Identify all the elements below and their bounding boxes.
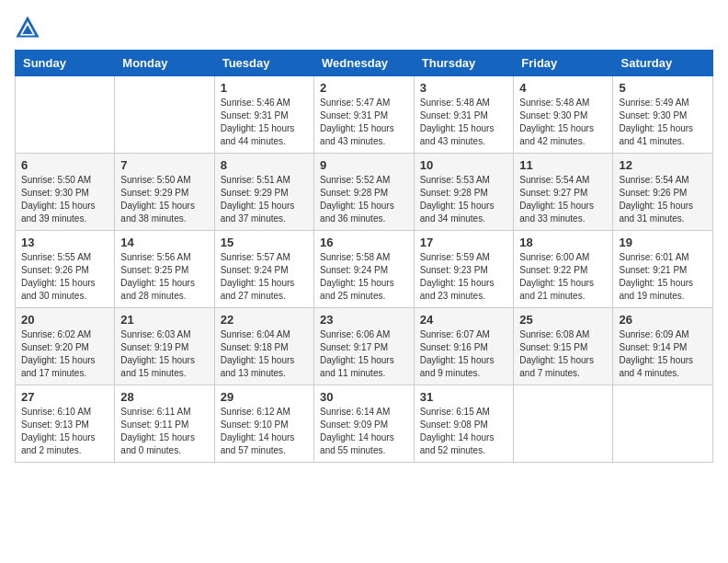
calendar-cell: 15Sunrise: 5:57 AM Sunset: 9:24 PM Dayli…	[214, 231, 313, 308]
calendar-cell: 24Sunrise: 6:07 AM Sunset: 9:16 PM Dayli…	[414, 308, 514, 385]
calendar-table: SundayMondayTuesdayWednesdayThursdayFrid…	[15, 50, 713, 463]
day-number: 12	[619, 158, 707, 172]
calendar-cell	[613, 385, 713, 463]
day-info: Sunrise: 6:15 AM Sunset: 9:08 PM Dayligh…	[420, 406, 508, 457]
calendar-cell: 5Sunrise: 5:49 AM Sunset: 9:30 PM Daylig…	[613, 76, 713, 154]
day-info: Sunrise: 5:51 AM Sunset: 9:29 PM Dayligh…	[221, 174, 308, 225]
calendar-cell: 29Sunrise: 6:12 AM Sunset: 9:10 PM Dayli…	[214, 385, 313, 463]
day-info: Sunrise: 5:58 AM Sunset: 9:24 PM Dayligh…	[320, 251, 408, 303]
day-number: 17	[420, 236, 508, 249]
day-number: 6	[21, 158, 108, 172]
day-info: Sunrise: 5:55 AM Sunset: 9:26 PM Dayligh…	[21, 251, 108, 303]
day-info: Sunrise: 6:11 AM Sunset: 9:11 PM Dayligh…	[120, 406, 208, 457]
calendar-week-row: 6Sunrise: 5:50 AM Sunset: 9:30 PM Daylig…	[16, 154, 713, 231]
calendar-cell: 21Sunrise: 6:03 AM Sunset: 9:19 PM Dayli…	[115, 308, 214, 385]
day-number: 26	[619, 313, 707, 327]
day-info: Sunrise: 6:02 AM Sunset: 9:20 PM Dayligh…	[21, 328, 108, 380]
logo-icon	[15, 15, 40, 40]
day-info: Sunrise: 6:04 AM Sunset: 9:18 PM Dayligh…	[221, 328, 308, 380]
day-info: Sunrise: 5:56 AM Sunset: 9:25 PM Dayligh…	[120, 251, 208, 303]
day-number: 7	[120, 158, 208, 172]
calendar-cell: 13Sunrise: 5:55 AM Sunset: 9:26 PM Dayli…	[16, 231, 115, 308]
day-info: Sunrise: 6:10 AM Sunset: 9:13 PM Dayligh…	[21, 406, 108, 457]
day-info: Sunrise: 6:07 AM Sunset: 9:16 PM Dayligh…	[420, 328, 508, 380]
day-info: Sunrise: 5:48 AM Sunset: 9:31 PM Dayligh…	[420, 97, 508, 148]
calendar-header-row: SundayMondayTuesdayWednesdayThursdayFrid…	[16, 51, 713, 76]
col-header-friday: Friday	[514, 51, 613, 76]
day-number: 29	[221, 390, 308, 404]
calendar-cell: 20Sunrise: 6:02 AM Sunset: 9:20 PM Dayli…	[16, 308, 115, 385]
day-info: Sunrise: 5:47 AM Sunset: 9:31 PM Dayligh…	[320, 97, 408, 148]
col-header-sunday: Sunday	[16, 51, 115, 76]
calendar-week-row: 13Sunrise: 5:55 AM Sunset: 9:26 PM Dayli…	[16, 231, 713, 308]
calendar-week-row: 20Sunrise: 6:02 AM Sunset: 9:20 PM Dayli…	[16, 308, 713, 385]
col-header-monday: Monday	[115, 51, 214, 76]
day-info: Sunrise: 5:54 AM Sunset: 9:26 PM Dayligh…	[619, 174, 707, 225]
calendar-week-row: 27Sunrise: 6:10 AM Sunset: 9:13 PM Dayli…	[16, 385, 713, 463]
day-number: 23	[320, 313, 408, 327]
day-info: Sunrise: 5:57 AM Sunset: 9:24 PM Dayligh…	[221, 251, 308, 303]
day-number: 9	[320, 158, 408, 172]
calendar-week-row: 1Sunrise: 5:46 AM Sunset: 9:31 PM Daylig…	[16, 76, 713, 154]
calendar-cell: 22Sunrise: 6:04 AM Sunset: 9:18 PM Dayli…	[214, 308, 313, 385]
page-header	[15, 15, 713, 40]
day-number: 2	[320, 81, 408, 95]
day-number: 30	[320, 390, 408, 404]
day-number: 24	[420, 313, 508, 327]
day-number: 4	[519, 81, 607, 95]
day-number: 1	[221, 81, 308, 95]
calendar-cell: 14Sunrise: 5:56 AM Sunset: 9:25 PM Dayli…	[115, 231, 214, 308]
calendar-cell: 9Sunrise: 5:52 AM Sunset: 9:28 PM Daylig…	[314, 154, 415, 231]
day-info: Sunrise: 5:50 AM Sunset: 9:30 PM Dayligh…	[21, 174, 108, 225]
col-header-wednesday: Wednesday	[314, 51, 415, 76]
col-header-saturday: Saturday	[613, 51, 713, 76]
calendar-cell: 25Sunrise: 6:08 AM Sunset: 9:15 PM Dayli…	[514, 308, 613, 385]
day-number: 22	[221, 313, 308, 327]
calendar-cell: 16Sunrise: 5:58 AM Sunset: 9:24 PM Dayli…	[314, 231, 415, 308]
day-info: Sunrise: 5:46 AM Sunset: 9:31 PM Dayligh…	[221, 97, 308, 148]
day-number: 27	[21, 390, 108, 404]
calendar-cell: 11Sunrise: 5:54 AM Sunset: 9:27 PM Dayli…	[514, 154, 613, 231]
calendar-cell: 1Sunrise: 5:46 AM Sunset: 9:31 PM Daylig…	[214, 76, 313, 154]
calendar-cell: 19Sunrise: 6:01 AM Sunset: 9:21 PM Dayli…	[613, 231, 713, 308]
calendar-cell: 8Sunrise: 5:51 AM Sunset: 9:29 PM Daylig…	[214, 154, 313, 231]
day-number: 31	[420, 390, 508, 404]
calendar-cell: 23Sunrise: 6:06 AM Sunset: 9:17 PM Dayli…	[314, 308, 415, 385]
day-number: 18	[519, 236, 607, 249]
calendar-cell	[115, 76, 214, 154]
day-info: Sunrise: 5:54 AM Sunset: 9:27 PM Dayligh…	[519, 174, 607, 225]
day-number: 28	[120, 390, 208, 404]
day-info: Sunrise: 6:08 AM Sunset: 9:15 PM Dayligh…	[519, 328, 607, 380]
day-number: 14	[120, 236, 208, 249]
day-number: 11	[519, 158, 607, 172]
calendar-cell: 18Sunrise: 6:00 AM Sunset: 9:22 PM Dayli…	[514, 231, 613, 308]
day-info: Sunrise: 5:49 AM Sunset: 9:30 PM Dayligh…	[619, 97, 707, 148]
logo	[15, 15, 44, 40]
calendar-cell: 3Sunrise: 5:48 AM Sunset: 9:31 PM Daylig…	[414, 76, 514, 154]
day-number: 8	[221, 158, 308, 172]
calendar-cell: 6Sunrise: 5:50 AM Sunset: 9:30 PM Daylig…	[16, 154, 115, 231]
calendar-cell: 12Sunrise: 5:54 AM Sunset: 9:26 PM Dayli…	[613, 154, 713, 231]
day-info: Sunrise: 5:48 AM Sunset: 9:30 PM Dayligh…	[519, 97, 607, 148]
day-info: Sunrise: 6:12 AM Sunset: 9:10 PM Dayligh…	[221, 406, 308, 457]
day-info: Sunrise: 5:50 AM Sunset: 9:29 PM Dayligh…	[120, 174, 208, 225]
day-number: 10	[420, 158, 508, 172]
calendar-cell: 30Sunrise: 6:14 AM Sunset: 9:09 PM Dayli…	[314, 385, 415, 463]
day-info: Sunrise: 6:03 AM Sunset: 9:19 PM Dayligh…	[120, 328, 208, 380]
day-number: 15	[221, 236, 308, 249]
day-number: 20	[21, 313, 108, 327]
day-number: 3	[420, 81, 508, 95]
day-info: Sunrise: 6:09 AM Sunset: 9:14 PM Dayligh…	[619, 328, 707, 380]
day-info: Sunrise: 5:59 AM Sunset: 9:23 PM Dayligh…	[420, 251, 508, 303]
day-number: 13	[21, 236, 108, 249]
calendar-cell: 2Sunrise: 5:47 AM Sunset: 9:31 PM Daylig…	[314, 76, 415, 154]
day-number: 25	[519, 313, 607, 327]
calendar-cell: 10Sunrise: 5:53 AM Sunset: 9:28 PM Dayli…	[414, 154, 514, 231]
day-info: Sunrise: 6:00 AM Sunset: 9:22 PM Dayligh…	[519, 251, 607, 303]
day-number: 5	[619, 81, 707, 95]
col-header-tuesday: Tuesday	[214, 51, 313, 76]
calendar-cell: 31Sunrise: 6:15 AM Sunset: 9:08 PM Dayli…	[414, 385, 514, 463]
day-info: Sunrise: 5:52 AM Sunset: 9:28 PM Dayligh…	[320, 174, 408, 225]
calendar-cell: 17Sunrise: 5:59 AM Sunset: 9:23 PM Dayli…	[414, 231, 514, 308]
col-header-thursday: Thursday	[414, 51, 514, 76]
